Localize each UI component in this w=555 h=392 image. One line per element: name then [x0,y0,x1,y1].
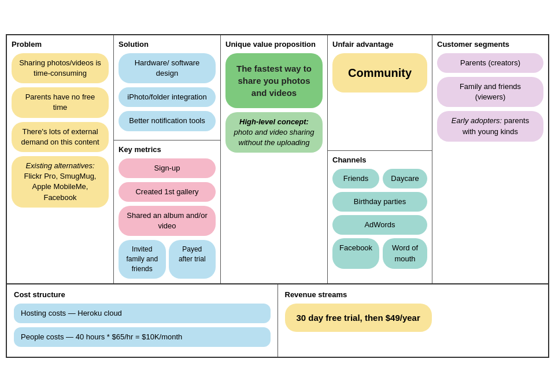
channel-wom: Word of mouth [383,238,427,268]
channels-label: Channels [332,156,427,164]
solution-card-3: Better notification tools [119,111,216,131]
segments-card-1: Parents (creators) [437,53,543,73]
top-area: Problem Sharing photos/videos is time-co… [7,35,548,284]
keymetrics-bottom: Invited family and friends Payed after t… [119,240,216,278]
keymetrics-section: Key metrics Sign-up Created 1st gallery … [114,140,220,283]
lean-canvas: Problem Sharing photos/videos is time-co… [6,34,549,358]
solution-card-2: iPhoto/folder integration [119,87,216,107]
channels-grid: Friends Daycare Birthday parties AdWords… [332,169,427,269]
problem-card-4: Existing alternatives: Flickr Pro, SmugM… [12,156,109,208]
solution-card-1: Hardware/ software design [119,53,216,83]
keymetrics-card-4: Invited family and friends [119,240,166,278]
segments-card-2: Family and friends (viewers) [437,77,543,107]
problem-card-3: There's lots of external demand on this … [12,122,109,152]
uvp-column: Unique value proposition The fastest way… [221,35,328,283]
uvp-card-1: The fastest way to share you photos and … [225,53,323,108]
keymetrics-card-2: Created 1st gallery [119,182,216,202]
problem-column: Problem Sharing photos/videos is time-co… [7,35,114,283]
channels-section: Channels Friends Daycare Birthday partie… [328,151,432,283]
cost-label: Cost structure [14,290,271,299]
uvp-card-2: High-level concept: photo and video shar… [225,112,323,153]
channel-daycare: Daycare [383,169,427,188]
revenue-label: Revenue streams [285,290,542,299]
cost-column: Cost structure Hosting costs — Heroku cl… [7,284,278,357]
keymetrics-card-1: Sign-up [119,158,216,178]
solution-section: Solution Hardware/ software design iPhot… [114,35,220,140]
revenue-column: Revenue streams 30 day free trial, then … [278,284,549,357]
problem-card-1: Sharing photos/videos is time-consuming [12,53,109,83]
cost-card-1: Hosting costs — Heroku cloud [14,304,271,323]
keymetrics-label: Key metrics [119,145,216,154]
keymetrics-card-3: Shared an album and/or video [119,206,216,236]
solution-label: Solution [119,40,216,49]
keymetrics-card-5: Payed after trial [169,240,216,278]
cost-card-2: People costs — 40 hours * $65/hr = $10K/… [14,327,271,347]
problem-card-2: Parents have no free time [12,87,109,117]
channel-adwords: AdWords [332,215,427,235]
unfair-card-1: Community [332,53,427,93]
solution-keymetrics-wrapper: Solution Hardware/ software design iPhot… [114,35,221,283]
bottom-area: Cost structure Hosting costs — Heroku cl… [7,284,548,357]
segments-card-3: Early adopters: parents with young kinds [437,111,543,141]
unfair-section: Unfair advantage Community [328,35,432,151]
uvp-label: Unique value proposition [225,40,323,49]
problem-label: Problem [12,40,109,49]
segments-column: Customer segments Parents (creators) Fam… [432,35,548,283]
revenue-card-1: 30 day free trial, then $49/year [285,304,432,332]
unfair-channels-wrapper: Unfair advantage Community Channels Frie… [328,35,432,283]
segments-label: Customer segments [437,40,543,49]
channel-facebook: Facebook [332,238,379,268]
channel-friends: Friends [332,169,379,188]
unfair-label: Unfair advantage [332,40,427,49]
channel-birthday: Birthday parties [332,192,427,212]
